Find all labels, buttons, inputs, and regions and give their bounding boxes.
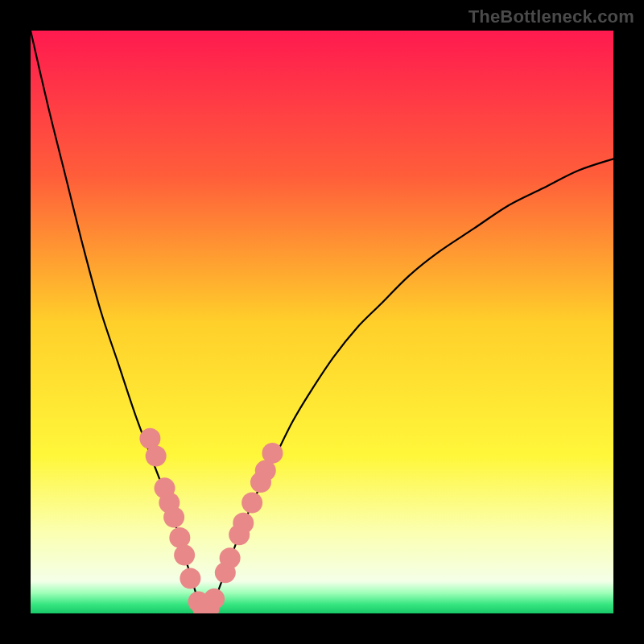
data-marker bbox=[163, 507, 184, 528]
watermark-text: TheBottleneck.com bbox=[469, 6, 634, 27]
data-marker bbox=[204, 588, 225, 609]
chart-frame: TheBottleneck.com bbox=[0, 0, 644, 644]
data-marker bbox=[262, 443, 283, 464]
plot-area bbox=[31, 31, 613, 613]
data-marker bbox=[180, 568, 200, 589]
data-marker bbox=[146, 446, 167, 467]
data-marker bbox=[169, 527, 190, 548]
gradient-background bbox=[31, 31, 613, 613]
data-marker bbox=[233, 513, 254, 534]
data-marker bbox=[242, 492, 262, 513]
data-marker bbox=[220, 547, 241, 568]
chart-svg bbox=[31, 31, 613, 613]
data-marker bbox=[174, 545, 195, 566]
